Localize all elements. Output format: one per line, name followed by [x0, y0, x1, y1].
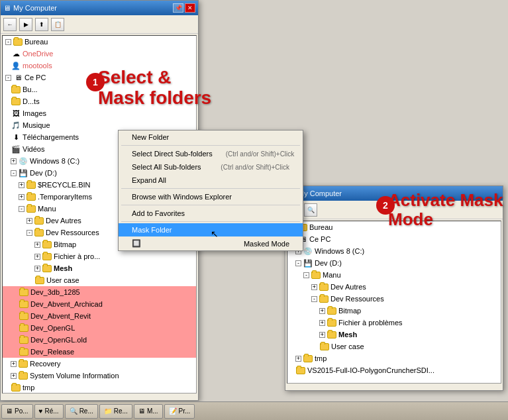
- taskbar-btn-3[interactable]: 🔍 Re...: [65, 404, 98, 419]
- folder-icon: [34, 215, 44, 226]
- images-icon: 🖼: [11, 108, 21, 119]
- expand-btn[interactable]: -: [303, 272, 309, 278]
- taskbar-icon-5: 🖥: [138, 407, 145, 415]
- expand-btn[interactable]: +: [19, 194, 25, 200]
- expand-btn[interactable]: -: [5, 75, 11, 81]
- second-tree-bitmap[interactable]: + Bitmap: [287, 305, 501, 317]
- tree-item-mesh[interactable]: + Mesh: [3, 262, 196, 274]
- tree-item-d[interactable]: D...ts: [3, 95, 196, 107]
- item-label: Dev_OpenGL: [30, 324, 75, 332]
- tree-item-devrelease[interactable]: Dev_Release: [3, 346, 196, 358]
- tree-item-dev3db[interactable]: Dev_3db_1285: [3, 286, 196, 298]
- second-tree-windows[interactable]: + 💿 Windows 8 (C:): [287, 245, 501, 257]
- expand-btn[interactable]: +: [11, 158, 17, 164]
- tree-item-recovery[interactable]: + Recovery: [3, 358, 196, 370]
- item-label: Windows 8 (C:): [30, 157, 79, 165]
- expand-btn[interactable]: +: [34, 266, 40, 272]
- taskbar-btn-2[interactable]: ♥ Ré...: [34, 404, 64, 419]
- onedrive-icon: ☁: [11, 48, 21, 59]
- taskbar-btn-5[interactable]: 🖥 M...: [134, 404, 163, 419]
- expand-btn[interactable]: -: [5, 39, 11, 45]
- item-label: VS2015-Full-IO-PolygonCruncherSDI...: [307, 366, 434, 374]
- taskbar-icon-3: 🔍: [70, 407, 77, 415]
- item-label: OneDrive: [23, 50, 53, 58]
- menu-separator: [121, 221, 300, 222]
- tree-item-devopengl[interactable]: Dev_OpenGL: [3, 322, 196, 334]
- tree-item-usercase[interactable]: User case: [3, 274, 196, 286]
- expand-btn[interactable]: +: [319, 332, 325, 338]
- expand-btn[interactable]: +: [311, 284, 317, 290]
- tree-item-mootools[interactable]: 👤 mootools: [3, 60, 196, 72]
- menu-expand-all[interactable]: Expand All: [119, 174, 303, 187]
- expand-btn[interactable]: +: [295, 356, 301, 362]
- expand-btn[interactable]: -: [11, 170, 17, 176]
- clipboard-button[interactable]: 📋: [51, 18, 64, 31]
- drive-icon: 💿: [18, 156, 28, 166]
- pin-button[interactable]: 📌: [173, 3, 183, 13]
- taskbar-btn-6[interactable]: 📝 Pr...: [164, 404, 195, 419]
- menu-add-favorites[interactable]: Add to Favorites: [119, 207, 303, 220]
- second-tree-fichier[interactable]: + Fichier à problèmes: [287, 317, 501, 329]
- tree-item-devopengold[interactable]: Dev_OpenGL.old: [3, 334, 196, 346]
- item-label: mootools: [23, 62, 52, 70]
- taskbar-btn-1[interactable]: 🖥 Po...: [1, 404, 33, 419]
- second-tree-cepc[interactable]: - 🖥 Ce PC: [287, 233, 501, 245]
- second-file-tree[interactable]: - Bureau - 🖥 Ce PC + 💿 Windows 8 (C:) - …: [287, 221, 501, 384]
- second-tree-usercase[interactable]: User case: [287, 341, 501, 352]
- tree-item-onedrive[interactable]: ☁ OneDrive: [3, 48, 196, 60]
- second-tree-vs2015[interactable]: VS2015-Full-IO-PolygonCruncherSDI...: [287, 364, 501, 376]
- item-label: Ce PC: [25, 74, 46, 81]
- expand-btn[interactable]: +: [26, 218, 32, 224]
- computer-icon: 🖥: [13, 72, 23, 83]
- back-button[interactable]: ←: [3, 18, 17, 31]
- menu-label: New Folder: [132, 133, 169, 141]
- up-button[interactable]: ⬆: [35, 18, 48, 31]
- tree-item-bureau[interactable]: - Bureau: [3, 36, 196, 48]
- forward-button[interactable]: ▶: [19, 18, 32, 31]
- second-tree-devressources[interactable]: - Dev Ressources: [287, 293, 501, 305]
- menu-browse-explorer[interactable]: Browse with Windows Explorer: [119, 190, 303, 203]
- item-label: Dev_3db_1285: [30, 288, 80, 296]
- menu-label: Add to Favorites: [132, 209, 185, 217]
- expand-btn[interactable]: +: [34, 254, 40, 260]
- tree-item-sysvolinfo[interactable]: + System Volume Information: [3, 370, 196, 382]
- toolbar: ← ▶ ⬆ 📋: [1, 15, 198, 34]
- expand-btn[interactable]: -: [295, 260, 301, 266]
- second-tree-mesh[interactable]: + Mesh: [287, 329, 501, 341]
- title-bar-buttons: 📌 ✕: [173, 3, 195, 13]
- expand-btn[interactable]: -: [311, 296, 317, 302]
- menu-select-direct[interactable]: Select Direct Sub-folders (Ctrl and/or S…: [119, 147, 303, 160]
- second-tree-manu[interactable]: - Manu: [287, 269, 501, 281]
- second-tree-tmp[interactable]: + tmp: [287, 352, 501, 364]
- item-label: Fichier à pro...: [54, 252, 100, 260]
- tree-item-devarchicad[interactable]: Dev_Abvent_Archicad: [3, 298, 196, 310]
- expand-btn[interactable]: +: [319, 320, 325, 326]
- expand-btn[interactable]: +: [19, 182, 25, 188]
- expand-btn[interactable]: +: [319, 308, 325, 314]
- tree-item-fichier[interactable]: + Fichier à pro...: [3, 250, 196, 262]
- folder-icon: [19, 335, 29, 345]
- expand-btn[interactable]: +: [11, 361, 17, 367]
- drive-icon: 💾: [18, 168, 28, 178]
- menu-select-all[interactable]: Select All Sub-folders (Ctrl and/or Shif…: [119, 160, 303, 174]
- folder-icon: [19, 299, 29, 309]
- expand-btn[interactable]: +: [34, 242, 40, 248]
- menu-new-folder[interactable]: New Folder: [119, 131, 303, 144]
- tree-item-cepc[interactable]: - 🖥 Ce PC: [3, 72, 196, 83]
- folder-icon: [42, 251, 52, 262]
- second-tree-devautres[interactable]: + Dev Autres: [287, 281, 501, 293]
- taskbar-btn-4[interactable]: 📁 Re...: [99, 404, 132, 419]
- second-mag-button[interactable]: 🔍: [304, 203, 317, 217]
- taskbar-label-6: Pr...: [179, 407, 191, 415]
- expand-btn[interactable]: +: [11, 373, 17, 379]
- expand-btn[interactable]: -: [19, 206, 25, 212]
- tree-item-devrevit[interactable]: Dev_Abvent_Revit: [3, 310, 196, 322]
- close-button[interactable]: ✕: [185, 3, 195, 13]
- tree-item-images[interactable]: 🖼 Images: [3, 107, 196, 119]
- tree-item-tmp[interactable]: tmp: [3, 382, 196, 394]
- taskbar: 🖥 Po... ♥ Ré... 🔍 Re... 📁 Re... 🖥 M... 📝…: [0, 401, 508, 420]
- second-tree-bureau[interactable]: - Bureau: [287, 221, 501, 233]
- second-tree-dev[interactable]: - 💾 Dev (D:): [287, 257, 501, 269]
- expand-btn[interactable]: -: [26, 230, 32, 236]
- tree-item-bu[interactable]: Bu...: [3, 83, 196, 95]
